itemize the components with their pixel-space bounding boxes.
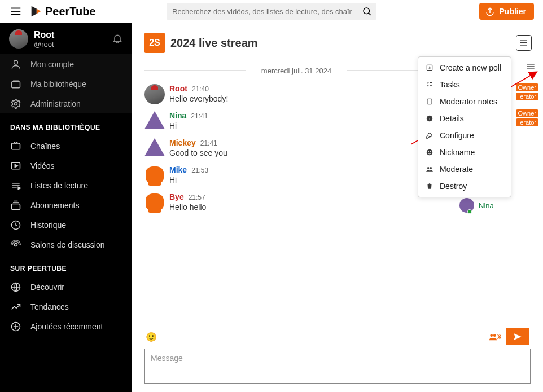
menu-moderator-notes[interactable]: Moderator notes [418, 93, 511, 110]
nav-recent-label: Ajoutées récemment [30, 322, 103, 331]
user-handle: @root [34, 40, 54, 49]
svg-line-6 [369, 13, 370, 15]
menu-destroy[interactable]: Destroy [418, 178, 511, 195]
svg-point-18 [15, 243, 17, 246]
participant-row[interactable]: Nina [459, 196, 538, 214]
message-avatar [144, 84, 165, 104]
svg-rect-8 [12, 81, 20, 87]
notifications-icon[interactable] [112, 33, 123, 46]
notes-icon [425, 97, 434, 106]
message-time: 21:53 [191, 166, 208, 174]
menu-moderate[interactable]: Moderate [418, 161, 511, 178]
room-title: 2024 live stream [170, 37, 258, 50]
svg-marker-16 [18, 187, 20, 189]
send-button[interactable] [506, 328, 529, 345]
nav-history-label: Historique [30, 221, 66, 230]
message-text: Hello hello [169, 202, 448, 212]
search-input[interactable] [167, 7, 357, 16]
message-list: mercredi juil. 31 2024 Root21:40 Hello e… [144, 53, 458, 325]
nav-trends[interactable]: Tendances [0, 297, 132, 316]
moderate-icon [425, 165, 434, 174]
svg-marker-4 [37, 8, 41, 14]
menu-label: Moderate [440, 165, 473, 174]
sidebar: Root @root Mon compte Ma bibliothèque Ad… [0, 23, 132, 392]
nav-history[interactable]: Historique [0, 215, 132, 235]
svg-rect-17 [12, 204, 20, 209]
message-time: 21:40 [192, 85, 209, 93]
message-author: Nina [169, 111, 186, 120]
nav-playlists-label: Listes de lecture [30, 181, 88, 190]
user-avatar [9, 29, 28, 49]
nav-channels[interactable]: Chaînes [0, 136, 132, 156]
role-badge: erator [516, 93, 538, 100]
role-badge: Owner [516, 83, 538, 91]
svg-point-43 [427, 167, 430, 169]
message-avatar [144, 111, 165, 131]
menu-label: Moderator notes [440, 97, 497, 106]
participant-name: Nina [479, 201, 494, 210]
message-time: 21:41 [200, 139, 217, 147]
nav-discover[interactable]: Découvrir [0, 277, 132, 297]
hamburger-menu[interactable] [5, 0, 27, 23]
menu-create-poll[interactable]: Create a new poll [418, 59, 511, 76]
svg-text:i: i [429, 116, 430, 121]
svg-rect-10 [12, 143, 20, 149]
nav-chatrooms-label: Salons de discussion [30, 240, 105, 249]
menu-tasks[interactable]: Tasks [418, 76, 511, 93]
menu-label: Create a new poll [440, 63, 501, 72]
nav-recent[interactable]: Ajoutées récemment [0, 316, 132, 336]
user-display-name: Root [34, 30, 54, 40]
nav-videos[interactable]: Vidéos [0, 156, 132, 175]
nav-chatrooms[interactable]: Salons de discussion [0, 235, 132, 254]
search-bar [167, 3, 376, 20]
message-text: Hi [169, 175, 448, 184]
destroy-icon [425, 182, 434, 191]
nav-videos-label: Vidéos [30, 161, 55, 170]
svg-point-44 [430, 167, 432, 169]
chat-content: 2S 2024 live stream mercredi juil. 31 20… [132, 23, 543, 392]
role-badge: Owner [516, 109, 538, 117]
menu-details[interactable]: i Details [418, 110, 511, 127]
configure-icon [425, 131, 434, 140]
role-badge: erator [516, 118, 538, 126]
nav-subscriptions[interactable]: Abonnements [0, 195, 132, 215]
nav-playlists[interactable]: Listes de lecture [0, 175, 132, 195]
participant-avatar [459, 198, 474, 213]
nav-discover-label: Découvrir [30, 283, 64, 292]
search-button[interactable] [357, 3, 376, 20]
svg-point-9 [15, 102, 17, 105]
svg-marker-12 [15, 164, 17, 167]
room-badge: 2S [144, 33, 165, 53]
nav-admin-label: Administration [30, 99, 81, 108]
current-user[interactable]: Root @root [0, 23, 132, 54]
date-separator: mercredi juil. 31 2024 [144, 59, 448, 81]
menu-configure[interactable]: Configure [418, 127, 511, 144]
nav-heading-library: DANS MA BIBLIOTHÈQUE [0, 113, 132, 136]
message-avatar [144, 165, 165, 186]
nav-library[interactable]: Ma bibliothèque [0, 74, 132, 94]
nickname-icon [425, 148, 434, 157]
room-menu-button[interactable] [516, 35, 532, 51]
menu-label: Configure [440, 131, 474, 140]
nav-subscriptions-label: Abonnements [30, 201, 79, 210]
svg-marker-3 [32, 6, 37, 16]
message-text: Hi [169, 121, 448, 130]
emoji-button[interactable]: 🙂 [146, 332, 157, 342]
brand-logo[interactable]: PeerTube [29, 5, 96, 18]
room-dropdown-menu: Create a new poll Tasks Moderator notes … [418, 56, 511, 197]
participants-toggle-button[interactable] [484, 332, 506, 342]
nav-account[interactable]: Mon compte [0, 54, 132, 74]
message-row: Root21:40 Hello everybody! [144, 81, 448, 108]
message-author: Mike [169, 165, 187, 174]
svg-point-40 [427, 149, 433, 156]
menu-nickname[interactable]: Nickname [418, 144, 511, 161]
brand-name: PeerTube [45, 5, 96, 18]
publish-button[interactable]: Publier [479, 3, 534, 20]
message-input[interactable] [144, 349, 531, 384]
participants-menu-button[interactable] [523, 59, 538, 74]
message-row: Mike21:53 Hi [144, 162, 448, 189]
tasks-icon [425, 80, 434, 89]
nav-admin[interactable]: Administration [0, 94, 132, 113]
message-author: Bye [169, 192, 184, 201]
message-row: Nina21:41 Hi [144, 108, 448, 135]
